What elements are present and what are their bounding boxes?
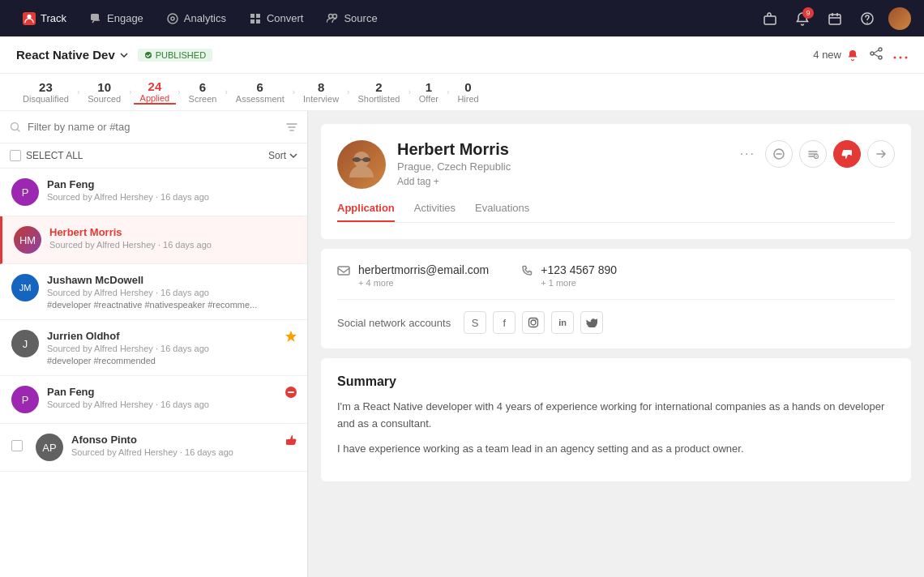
- list-item[interactable]: JM Jushawn McDowell Sourced by Alfred He…: [0, 264, 307, 320]
- linkedin-icon[interactable]: in: [551, 311, 574, 334]
- candidate-checkbox[interactable]: [11, 440, 23, 451]
- svg-point-0: [27, 14, 31, 18]
- tab-activities[interactable]: Activities: [414, 202, 456, 222]
- email-icon: [337, 265, 350, 278]
- candidate-name: Afonso Pinto: [71, 434, 296, 446]
- stage-arrow-7: ›: [408, 88, 410, 96]
- list-item[interactable]: HM Herbert Morris Sourced by Alfred Hers…: [0, 216, 307, 264]
- candidate-header-left: Herbert Morris Prague, Czech Republic Ad…: [337, 140, 511, 189]
- select-all-checkbox[interactable]: [10, 150, 21, 161]
- share-button[interactable]: [869, 46, 883, 64]
- disqualify-button[interactable]: [765, 140, 793, 168]
- candidate-meta: Sourced by Alfred Hershey · 16 days ago: [47, 288, 296, 297]
- subheader-left: React Native Dev PUBLISHED: [16, 48, 212, 62]
- list-item[interactable]: P Pan Feng Sourced by Alfred Hershey · 1…: [0, 376, 307, 424]
- job-title-text: React Native Dev: [16, 48, 115, 62]
- thumbsdown-button[interactable]: [833, 140, 861, 168]
- forward-button[interactable]: [867, 140, 895, 168]
- nav-right-actions: 9: [759, 7, 911, 30]
- nav-engage[interactable]: Engage: [79, 7, 153, 30]
- stage-screen[interactable]: 6 Screen: [182, 80, 224, 104]
- svg-point-13: [866, 22, 868, 24]
- search-input[interactable]: [28, 121, 280, 133]
- sort-button[interactable]: Sort: [268, 150, 297, 161]
- job-title-dropdown[interactable]: React Native Dev: [16, 48, 128, 62]
- nav-source-label: Source: [344, 12, 377, 24]
- checklist-button[interactable]: [799, 140, 827, 168]
- notification-count: 9: [802, 7, 814, 19]
- stage-interview[interactable]: 8 Interview: [297, 80, 345, 104]
- candidate-avatar: P: [11, 386, 39, 413]
- email-contact: herbertmorris@email.com + 4 more: [337, 263, 489, 288]
- candidate-details: Herbert Morris Prague, Czech Republic Ad…: [397, 140, 511, 187]
- stage-label-assessment: Assessment: [236, 94, 284, 104]
- svg-point-16: [879, 56, 882, 59]
- notification-bell-icon[interactable]: 9: [791, 7, 814, 30]
- help-icon[interactable]: [856, 7, 879, 30]
- stage-arrow-6: ›: [347, 88, 349, 96]
- stage-arrow-5: ›: [293, 88, 295, 96]
- candidates-list: P Pan Feng Sourced by Alfred Hershey · 1…: [0, 169, 307, 577]
- tab-evaluations[interactable]: Evaluations: [475, 202, 529, 222]
- briefcase-icon[interactable]: [759, 7, 781, 30]
- more-actions-button[interactable]: ···: [737, 147, 759, 161]
- candidate-avatar: P: [11, 178, 39, 206]
- more-options-button[interactable]: [893, 48, 908, 62]
- instagram-icon[interactable]: [522, 311, 545, 334]
- svg-rect-31: [338, 267, 349, 275]
- summary-paragraph-2: I have experience working as a team lead…: [337, 441, 895, 458]
- calendar-icon[interactable]: [823, 7, 846, 30]
- candidate-location: Prague, Czech Republic: [397, 160, 511, 173]
- contact-details-row: herbertmorris@email.com + 4 more +123 45…: [337, 263, 895, 288]
- stage-arrow-2: ›: [129, 88, 131, 96]
- candidate-info: Jushawn McDowell Sourced by Alfred Hersh…: [47, 274, 296, 310]
- user-avatar[interactable]: [888, 7, 911, 30]
- svg-rect-10: [764, 16, 776, 24]
- candidate-meta: Sourced by Alfred Hershey · 16 days ago: [47, 192, 296, 202]
- summary-card: Summary I'm a React Native developer wit…: [321, 358, 911, 481]
- stage-count-disqualified: 23: [23, 80, 69, 94]
- stage-offer[interactable]: 1 Offer: [413, 80, 445, 104]
- new-notifications[interactable]: 4 new: [813, 49, 859, 62]
- list-item[interactable]: J Jurrien Oldhof Sourced by Alfred Hersh…: [0, 320, 307, 376]
- search-icon: [10, 122, 21, 133]
- stage-sourced[interactable]: 10 Sourced: [81, 80, 127, 104]
- select-all-label[interactable]: SELECT ALL: [10, 150, 83, 161]
- add-tag-button[interactable]: Add tag +: [397, 176, 511, 187]
- nav-convert-label: Convert: [267, 12, 304, 24]
- facebook-icon[interactable]: f: [493, 311, 515, 334]
- stage-label-sourced: Sourced: [88, 94, 121, 104]
- candidate-full-name: Herbert Morris: [397, 140, 511, 159]
- candidate-info: Pan Feng Sourced by Alfred Hershey · 16 …: [47, 386, 296, 409]
- nav-analytics[interactable]: Analytics: [156, 7, 236, 30]
- stage-label-interview: Interview: [303, 94, 339, 104]
- filter-icon[interactable]: [286, 122, 297, 133]
- skype-icon[interactable]: S: [464, 311, 486, 334]
- stage-label-shortlisted: Shortlisted: [357, 94, 400, 104]
- email-details: herbertmorris@email.com + 4 more: [358, 263, 489, 288]
- stage-arrow-3: ›: [178, 88, 180, 96]
- stage-assessment[interactable]: 6 Assessment: [229, 80, 291, 104]
- stage-shortlisted[interactable]: 2 Shortlisted: [351, 80, 406, 104]
- candidate-detail-panel: Herbert Morris Prague, Czech Republic Ad…: [308, 111, 924, 577]
- stage-disqualified[interactable]: 23 Disqualified: [16, 80, 75, 104]
- svg-marker-22: [285, 331, 297, 342]
- list-item[interactable]: P Pan Feng Sourced by Alfred Hershey · 1…: [0, 169, 307, 216]
- top-navigation: Track Engage Analytics Convert Source: [0, 0, 924, 36]
- nav-items-left: Track Engage Analytics Convert Source: [13, 7, 387, 30]
- svg-rect-5: [256, 14, 260, 18]
- tab-application[interactable]: Application: [337, 202, 395, 222]
- stage-arrow-4: ›: [225, 88, 227, 96]
- twitter-icon[interactable]: [580, 311, 603, 334]
- svg-rect-4: [250, 14, 255, 18]
- stage-hired[interactable]: 0 Hired: [451, 80, 485, 104]
- nav-convert[interactable]: Convert: [239, 7, 314, 30]
- svg-rect-11: [829, 15, 841, 24]
- candidate-name: Jurrien Oldhof: [47, 330, 296, 342]
- nav-track[interactable]: Track: [13, 7, 76, 30]
- candidate-avatar: JM: [11, 274, 39, 301]
- stage-label-offer: Offer: [419, 94, 438, 104]
- stage-applied[interactable]: 24 Applied: [134, 79, 177, 105]
- nav-source[interactable]: Source: [316, 7, 387, 30]
- list-item[interactable]: AP Afonso Pinto Sourced by Alfred Hershe…: [0, 424, 307, 472]
